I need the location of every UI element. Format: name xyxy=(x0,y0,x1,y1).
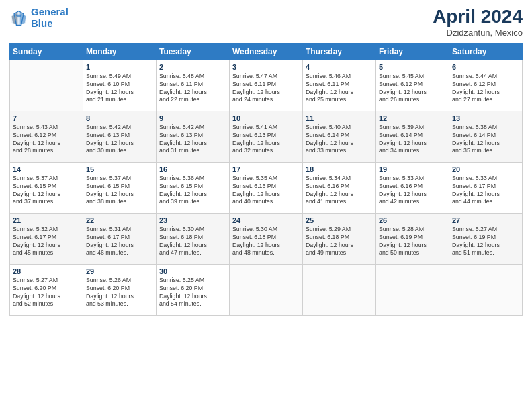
month-title: April 2024 xyxy=(433,7,523,28)
day-number: 7 xyxy=(13,114,80,122)
day-info: Sunrise: 5:44 AM Sunset: 6:12 PM Dayligh… xyxy=(452,73,519,105)
day-info: Sunrise: 5:37 AM Sunset: 6:15 PM Dayligh… xyxy=(13,175,80,207)
day-number: 30 xyxy=(159,267,226,275)
day-number: 25 xyxy=(306,216,373,224)
day-info: Sunrise: 5:32 AM Sunset: 6:17 PM Dayligh… xyxy=(13,226,80,258)
day-info: Sunrise: 5:30 AM Sunset: 6:18 PM Dayligh… xyxy=(159,226,226,258)
calendar-cell: 8Sunrise: 5:42 AM Sunset: 6:13 PM Daylig… xyxy=(83,111,157,162)
calendar-cell: 10Sunrise: 5:41 AM Sunset: 6:13 PM Dayli… xyxy=(230,111,303,162)
calendar-cell: 21Sunrise: 5:32 AM Sunset: 6:17 PM Dayli… xyxy=(10,213,83,264)
day-number: 28 xyxy=(13,267,80,275)
day-info: Sunrise: 5:48 AM Sunset: 6:11 PM Dayligh… xyxy=(159,73,226,105)
day-number: 23 xyxy=(159,216,226,224)
day-number: 27 xyxy=(452,216,519,224)
day-number: 26 xyxy=(379,216,446,224)
calendar-cell: 2Sunrise: 5:48 AM Sunset: 6:11 PM Daylig… xyxy=(157,60,230,111)
day-number: 9 xyxy=(159,114,226,122)
day-number: 21 xyxy=(13,216,80,224)
header-thursday: Thursday xyxy=(303,43,376,60)
day-info: Sunrise: 5:45 AM Sunset: 6:12 PM Dayligh… xyxy=(379,73,446,105)
calendar-cell: 11Sunrise: 5:40 AM Sunset: 6:14 PM Dayli… xyxy=(303,111,376,162)
calendar-cell: 17Sunrise: 5:35 AM Sunset: 6:16 PM Dayli… xyxy=(230,162,303,213)
header-monday: Monday xyxy=(83,43,157,60)
day-info: Sunrise: 5:36 AM Sunset: 6:15 PM Dayligh… xyxy=(159,175,226,207)
header-wednesday: Wednesday xyxy=(230,43,303,60)
day-info: Sunrise: 5:26 AM Sunset: 6:20 PM Dayligh… xyxy=(86,277,153,309)
calendar-cell: 6Sunrise: 5:44 AM Sunset: 6:12 PM Daylig… xyxy=(449,60,523,111)
day-info: Sunrise: 5:29 AM Sunset: 6:18 PM Dayligh… xyxy=(306,226,373,258)
day-info: Sunrise: 5:34 AM Sunset: 6:16 PM Dayligh… xyxy=(306,175,373,207)
logo-line2: Blue xyxy=(31,17,53,29)
day-info: Sunrise: 5:35 AM Sunset: 6:16 PM Dayligh… xyxy=(232,175,300,207)
calendar-cell: 30Sunrise: 5:25 AM Sunset: 6:20 PM Dayli… xyxy=(157,264,230,315)
calendar-cell: 9Sunrise: 5:42 AM Sunset: 6:13 PM Daylig… xyxy=(157,111,230,162)
calendar-cell xyxy=(230,264,303,315)
header-friday: Friday xyxy=(376,43,449,60)
day-number: 1 xyxy=(86,63,153,71)
day-info: Sunrise: 5:30 AM Sunset: 6:18 PM Dayligh… xyxy=(232,226,300,258)
day-info: Sunrise: 5:49 AM Sunset: 6:10 PM Dayligh… xyxy=(86,73,153,105)
day-info: Sunrise: 5:27 AM Sunset: 6:20 PM Dayligh… xyxy=(13,277,80,309)
calendar-cell: 22Sunrise: 5:31 AM Sunset: 6:17 PM Dayli… xyxy=(83,213,157,264)
calendar-week-row: 14Sunrise: 5:37 AM Sunset: 6:15 PM Dayli… xyxy=(10,162,523,213)
calendar-cell: 14Sunrise: 5:37 AM Sunset: 6:15 PM Dayli… xyxy=(10,162,83,213)
calendar-cell: 1Sunrise: 5:49 AM Sunset: 6:10 PM Daylig… xyxy=(83,60,157,111)
day-number: 5 xyxy=(379,63,446,71)
header-tuesday: Tuesday xyxy=(157,43,230,60)
day-number: 3 xyxy=(232,63,300,71)
day-number: 20 xyxy=(452,165,519,173)
day-info: Sunrise: 5:37 AM Sunset: 6:15 PM Dayligh… xyxy=(86,175,153,207)
calendar-cell: 4Sunrise: 5:46 AM Sunset: 6:11 PM Daylig… xyxy=(303,60,376,111)
calendar-cell xyxy=(376,264,449,315)
calendar-cell: 26Sunrise: 5:28 AM Sunset: 6:19 PM Dayli… xyxy=(376,213,449,264)
day-info: Sunrise: 5:39 AM Sunset: 6:14 PM Dayligh… xyxy=(379,124,446,156)
title-block: April 2024 Dzidzantun, Mexico xyxy=(433,7,523,38)
day-info: Sunrise: 5:27 AM Sunset: 6:19 PM Dayligh… xyxy=(452,226,519,258)
calendar-page: General Blue April 2024 Dzidzantun, Mexi… xyxy=(0,0,532,411)
calendar-cell: 5Sunrise: 5:45 AM Sunset: 6:12 PM Daylig… xyxy=(376,60,449,111)
header-saturday: Saturday xyxy=(449,43,523,60)
day-number: 6 xyxy=(452,63,519,71)
day-info: Sunrise: 5:46 AM Sunset: 6:11 PM Dayligh… xyxy=(306,73,373,105)
calendar-week-row: 7Sunrise: 5:43 AM Sunset: 6:12 PM Daylig… xyxy=(10,111,523,162)
day-info: Sunrise: 5:42 AM Sunset: 6:13 PM Dayligh… xyxy=(86,124,153,156)
calendar-cell: 7Sunrise: 5:43 AM Sunset: 6:12 PM Daylig… xyxy=(10,111,83,162)
day-number: 14 xyxy=(13,165,80,173)
day-info: Sunrise: 5:28 AM Sunset: 6:19 PM Dayligh… xyxy=(379,226,446,258)
calendar-cell: 18Sunrise: 5:34 AM Sunset: 6:16 PM Dayli… xyxy=(303,162,376,213)
day-number: 15 xyxy=(86,165,153,173)
calendar-cell: 25Sunrise: 5:29 AM Sunset: 6:18 PM Dayli… xyxy=(303,213,376,264)
day-info: Sunrise: 5:33 AM Sunset: 6:16 PM Dayligh… xyxy=(379,175,446,207)
day-number: 11 xyxy=(306,114,373,122)
day-number: 4 xyxy=(306,63,373,71)
day-number: 12 xyxy=(379,114,446,122)
day-info: Sunrise: 5:42 AM Sunset: 6:13 PM Dayligh… xyxy=(159,124,226,156)
logo-icon xyxy=(9,9,28,28)
calendar-cell: 15Sunrise: 5:37 AM Sunset: 6:15 PM Dayli… xyxy=(83,162,157,213)
calendar-cell: 27Sunrise: 5:27 AM Sunset: 6:19 PM Dayli… xyxy=(449,213,523,264)
day-number: 29 xyxy=(86,267,153,275)
location: Dzidzantun, Mexico xyxy=(433,28,523,38)
calendar-cell xyxy=(303,264,376,315)
calendar-cell: 20Sunrise: 5:33 AM Sunset: 6:17 PM Dayli… xyxy=(449,162,523,213)
calendar-cell: 19Sunrise: 5:33 AM Sunset: 6:16 PM Dayli… xyxy=(376,162,449,213)
calendar-cell: 29Sunrise: 5:26 AM Sunset: 6:20 PM Dayli… xyxy=(83,264,157,315)
day-number: 8 xyxy=(86,114,153,122)
calendar-week-row: 1Sunrise: 5:49 AM Sunset: 6:10 PM Daylig… xyxy=(10,60,523,111)
calendar-cell: 16Sunrise: 5:36 AM Sunset: 6:15 PM Dayli… xyxy=(157,162,230,213)
calendar-header-row: SundayMondayTuesdayWednesdayThursdayFrid… xyxy=(10,43,523,60)
calendar-cell xyxy=(449,264,523,315)
day-info: Sunrise: 5:47 AM Sunset: 6:11 PM Dayligh… xyxy=(232,73,300,105)
calendar-cell: 28Sunrise: 5:27 AM Sunset: 6:20 PM Dayli… xyxy=(10,264,83,315)
day-number: 10 xyxy=(232,114,300,122)
day-info: Sunrise: 5:41 AM Sunset: 6:13 PM Dayligh… xyxy=(232,124,300,156)
calendar-cell: 24Sunrise: 5:30 AM Sunset: 6:18 PM Dayli… xyxy=(230,213,303,264)
calendar-table: SundayMondayTuesdayWednesdayThursdayFrid… xyxy=(9,43,523,316)
header: General Blue April 2024 Dzidzantun, Mexi… xyxy=(9,7,523,38)
calendar-cell: 13Sunrise: 5:38 AM Sunset: 6:14 PM Dayli… xyxy=(449,111,523,162)
day-number: 19 xyxy=(379,165,446,173)
day-info: Sunrise: 5:33 AM Sunset: 6:17 PM Dayligh… xyxy=(452,175,519,207)
calendar-cell: 3Sunrise: 5:47 AM Sunset: 6:11 PM Daylig… xyxy=(230,60,303,111)
day-info: Sunrise: 5:40 AM Sunset: 6:14 PM Dayligh… xyxy=(306,124,373,156)
day-info: Sunrise: 5:31 AM Sunset: 6:17 PM Dayligh… xyxy=(86,226,153,258)
